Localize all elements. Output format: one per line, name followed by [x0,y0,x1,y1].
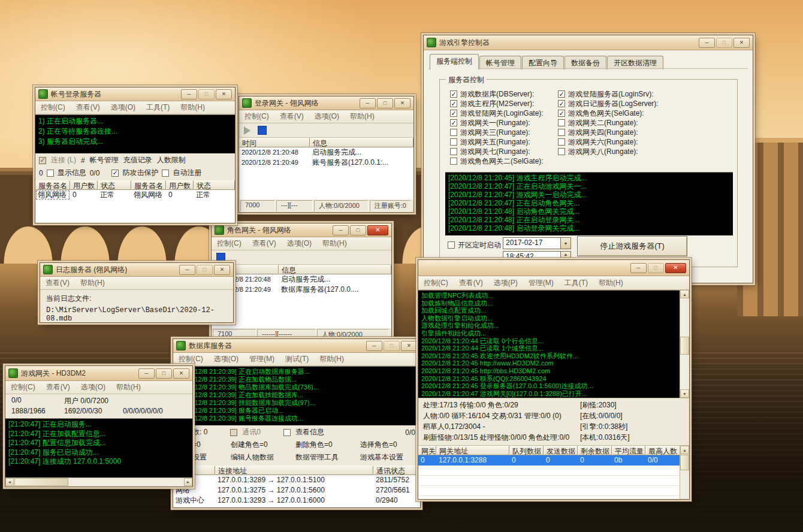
menu-item[interactable]: 测试(T) [280,353,314,365]
scrollbar-thumb[interactable] [14,478,68,486]
menu-item[interactable]: 查看(V) [454,277,488,289]
vertical-scrollbar[interactable]: ▲ ▼ [680,290,689,398]
stop-icon[interactable] [258,126,267,135]
checkbox-rungate5[interactable] [450,138,457,146]
column-header[interactable]: 服务器名 [131,180,166,190]
menu-item[interactable]: 控制(C) [418,277,454,289]
log-row[interactable]: 2020/12/8 21:20:48 启动服务完成... [239,147,413,158]
scrollbar-thumb[interactable] [680,455,689,470]
show-info-checkbox[interactable] [47,170,54,177]
menu-item[interactable]: 选项(O) [76,381,111,394]
data-tools-button[interactable]: 数据管理工具 [295,452,360,463]
conn-row[interactable]: 网络 127.0.0.1:3275 → 127.0.0.1:5600 2720/… [173,485,420,495]
checkbox-rungate2[interactable] [558,119,565,126]
stop-icon[interactable] [216,253,225,262]
checkbox-rungate8[interactable] [558,148,565,155]
column-header[interactable]: 平均流量 [612,446,645,455]
menu-item[interactable]: 查看(V) [247,237,282,250]
menu-item[interactable]: 选项(O) [105,101,141,114]
scrollbar-thumb[interactable] [680,337,689,355]
column-header[interactable]: 状态 [194,180,235,190]
menu-item[interactable]: 帮助(H) [317,237,352,250]
menu-item[interactable]: 帮助(H) [345,110,380,123]
checkbox-rungate1[interactable] [450,119,457,126]
minimize-button[interactable]: ─ [360,98,376,108]
start-icon[interactable] [244,126,250,135]
tab-zone-clean[interactable]: 开区数据清理 [607,56,663,69]
maximize-button[interactable]: □ [198,89,215,99]
log-row[interactable]: 2020/12/8 21:20:49 账号服务器(127.0.0.1:... [239,158,413,168]
log-row[interactable]: 2020/12/8 21:20:48 启动服务完成... [212,274,391,285]
scroll-down-icon[interactable]: ▼ [680,389,689,398]
minimize-button[interactable]: ─ [333,225,349,235]
minimize-button[interactable]: ─ [630,263,647,273]
gate-row[interactable]: 0 127.0.0.1:3288 0 0 0 0b 0/0 [418,455,680,466]
server-table-row[interactable]: 翎风网络 0 正常 翎风网络 0 正常 [35,190,235,200]
titlebar[interactable]: 登录网关 - 翎风网络 ─ □ ✕ [239,96,413,110]
checkbox-dbserver[interactable] [450,90,457,98]
column-header[interactable]: 服务器名 [35,180,70,190]
vertical-scrollbar[interactable]: ▲ [680,446,689,499]
account-manage-button[interactable]: 帐号管理 [90,155,119,165]
menu-item[interactable]: 查看(V) [71,101,105,114]
close-button[interactable]: ✕ [367,225,388,235]
tab-account-manage[interactable]: 帐号管理 [479,56,521,69]
checkbox-logserver[interactable] [558,100,565,107]
checkbox-rungate7[interactable] [450,148,457,155]
close-button[interactable]: ✕ [394,98,410,108]
menu-item[interactable]: 控制(C) [239,110,274,123]
checkbox-rungate3[interactable] [450,129,457,136]
checkbox-loginsrv[interactable] [558,90,565,98]
checkbox-m2server[interactable] [450,100,457,107]
checkbox-rungate4[interactable] [558,129,565,136]
menu-item[interactable]: 管理(M) [244,353,280,365]
column-header[interactable]: 用户数 [166,180,194,190]
connect-checkbox[interactable] [39,157,46,164]
maximize-button[interactable]: □ [350,225,366,235]
maximize-button[interactable]: □ [648,263,664,273]
tab-config-wizard[interactable]: 配置向导 [522,56,564,69]
titlebar[interactable]: 游戏网关 - HD3DM2 ─ □ ✕ [5,366,192,381]
column-header[interactable]: 最高人数 [645,446,680,455]
menu-item[interactable]: 控制(C) [35,101,71,114]
log-row[interactable]: 2020/12/8 21:20:49 数据库服务器(127.0.0.... [212,285,391,295]
titlebar[interactable]: 游戏引擎控制器 ─ □ ✕ [424,35,753,50]
menu-item[interactable]: 控制(C) [5,381,41,394]
column-header[interactable]: 发送数据 [544,446,578,455]
menu-item[interactable]: 控制(C) [212,237,247,250]
scroll-up-icon[interactable]: ▲ [680,290,689,298]
checkbox-rungate6[interactable] [558,138,565,146]
close-button[interactable]: ✕ [173,368,189,379]
player-limit-button[interactable]: 人数限制 [157,155,186,165]
column-header[interactable]: 连接地址 [215,466,373,475]
menu-item[interactable]: 帮助(H) [75,277,110,289]
titlebar[interactable]: 日志服务器 (翎风网络) ─ □ ✕ [40,263,233,277]
anti-attack-checkbox[interactable] [111,170,119,177]
minimize-button[interactable]: ─ [699,38,715,48]
minimize-button[interactable]: ─ [138,368,155,379]
menu-item[interactable]: 管理(M) [523,277,559,289]
minimize-button[interactable]: ─ [179,265,195,275]
titlebar[interactable]: 帐号登录服务器 ─ □ ✕ [35,87,235,101]
maximize-button[interactable]: □ [384,341,400,351]
column-header[interactable]: 剩余数据 [578,446,612,455]
column-header[interactable]: 通讯状态 [373,466,420,475]
scroll-up-icon[interactable]: ▲ [680,446,689,454]
menu-item[interactable]: 工具(T) [559,277,593,289]
column-header[interactable]: 信息 [279,265,391,274]
menu-item[interactable]: 工具(T) [141,101,175,114]
edit-character-button[interactable]: 编辑人物数据 [231,452,295,463]
column-header[interactable]: 时间 [239,138,310,147]
checkbox-selgate2[interactable] [450,158,457,165]
open-date-combobox[interactable]: 2017-02-17 ▼ [503,237,571,249]
chevron-down-icon[interactable]: ▼ [560,238,570,249]
scroll-left-icon[interactable]: ◄ [5,478,14,486]
menu-item[interactable]: 帮助(H) [314,353,349,365]
stop-server-button[interactable]: 停止游戏服务器(T) [577,236,687,256]
menu-item[interactable]: 帮助(H) [175,101,210,114]
titlebar[interactable]: ─ □ ✕ [418,260,689,276]
menu-item[interactable]: 查看(V) [40,277,75,289]
close-button[interactable]: ✕ [665,263,686,273]
horizontal-scrollbar[interactable]: ◄ ► [5,477,192,486]
maximize-button[interactable]: □ [716,38,732,48]
